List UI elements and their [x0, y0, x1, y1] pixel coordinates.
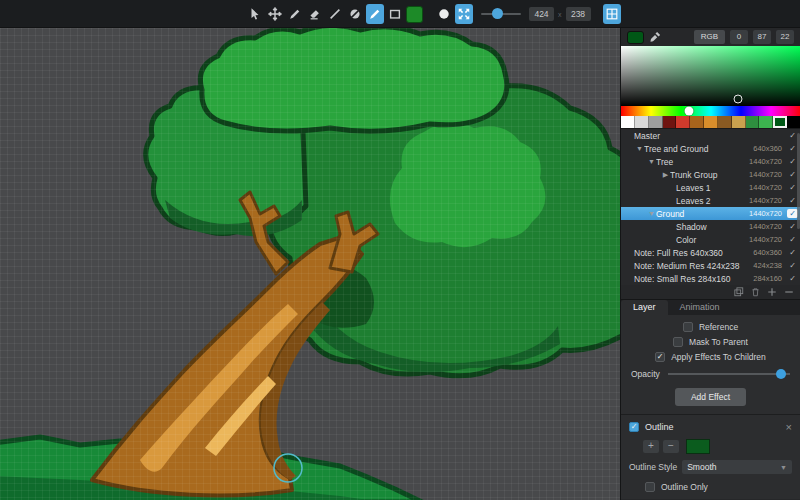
layer-visibility-checkbox[interactable]: ✓ [787, 261, 798, 270]
outline-only-checkbox[interactable] [645, 482, 655, 492]
canvas-height-field[interactable]: 238 [566, 7, 591, 21]
toolbar-slider-handle[interactable] [492, 8, 503, 19]
outline-style-row: Outline Style Smooth ▼ [629, 460, 792, 474]
layer-list-buttons [621, 285, 800, 299]
outline-color-row: + − [643, 439, 792, 454]
checkbox-label: Reference [699, 322, 738, 332]
layer-visibility-checkbox[interactable]: ✓ [787, 248, 798, 257]
outline-only-row: Outline Only [645, 480, 792, 494]
chevron-down-icon: ▼ [780, 464, 787, 471]
green-value-field[interactable]: 87 [753, 30, 771, 44]
sv-picker-cursor[interactable] [734, 94, 743, 103]
palette-swatch[interactable] [746, 116, 760, 128]
layer-visibility-checkbox[interactable]: ✓ [787, 235, 798, 244]
remove-effect-icon[interactable]: × [786, 422, 792, 432]
checkbox[interactable]: ✓ [655, 352, 665, 362]
disclosure-down-icon[interactable]: ▼ [647, 210, 656, 217]
checkbox[interactable] [683, 322, 693, 332]
layer-visibility-checkbox[interactable]: ✓ [787, 274, 798, 283]
select-tool-icon[interactable] [246, 4, 264, 24]
layer-row[interactable]: Note: Small Res 284x160284x160✓ [621, 272, 800, 285]
rect-tool-icon[interactable] [386, 4, 404, 24]
opacity-slider-handle[interactable] [776, 369, 786, 379]
opacity-slider[interactable] [668, 367, 790, 381]
tool-cluster: 424 x 238 [246, 3, 621, 25]
brush-shape-icon[interactable] [435, 4, 453, 24]
hue-slider-handle[interactable] [685, 107, 694, 116]
color-mode-button[interactable]: RGB [694, 30, 725, 44]
layer-size: 640x360 [753, 248, 782, 257]
grid-toggle-icon[interactable] [603, 4, 621, 24]
palette-swatch[interactable] [773, 116, 787, 128]
tab-layer[interactable]: Layer [621, 300, 668, 315]
palette-swatch[interactable] [718, 116, 732, 128]
toolbar-color-swatch[interactable] [406, 6, 423, 23]
saturation-value-picker[interactable] [621, 46, 800, 106]
checkbox[interactable] [673, 337, 683, 347]
remove-layer-icon[interactable] [784, 287, 794, 297]
toolbar-slider[interactable] [481, 4, 521, 24]
layer-name: Color [676, 235, 749, 245]
disclosure-down-icon[interactable]: ▼ [647, 158, 656, 165]
layer-row[interactable]: Note: Full Res 640x360640x360✓ [621, 246, 800, 259]
canvas-width-field[interactable]: 424 [529, 7, 554, 21]
move-tool-icon[interactable] [266, 4, 284, 24]
layer-name: Leaves 1 [676, 183, 749, 193]
layer-row[interactable]: ▼Tree and Ground640x360✓ [621, 142, 800, 155]
checkbox-row: Mask To Parent [629, 334, 792, 349]
duplicate-layer-icon[interactable] [734, 287, 744, 297]
outline-enabled-checkbox[interactable]: ✓ [629, 422, 639, 432]
right-sidebar: RGB 0 87 22 Master✓▼Tree and Ground640x3… [620, 28, 800, 500]
disclosure-right-icon[interactable]: ▶ [661, 171, 670, 179]
outline-remove-color-button[interactable]: − [663, 440, 679, 453]
drawing-canvas[interactable] [0, 28, 620, 500]
palette-swatch[interactable] [676, 116, 690, 128]
layer-row[interactable]: ▼Ground1440x720✓ [621, 207, 800, 220]
layer-size: 1440x720 [749, 235, 782, 244]
layer-size: 424x238 [753, 261, 782, 270]
hue-slider[interactable] [621, 106, 800, 116]
transform-expand-icon[interactable] [455, 4, 473, 24]
outline-effect-title: Outline [645, 422, 780, 432]
palette-swatch[interactable] [759, 116, 773, 128]
layer-row[interactable]: ▶Trunk Group1440x720✓ [621, 168, 800, 181]
tab-animation[interactable]: Animation [668, 300, 732, 315]
layer-name: Note: Medium Res 424x238 [634, 261, 753, 271]
palette-swatch[interactable] [704, 116, 718, 128]
line-tool-icon[interactable] [326, 4, 344, 24]
layer-row[interactable]: Leaves 11440x720✓ [621, 181, 800, 194]
add-effect-button[interactable]: Add Effect [675, 388, 746, 406]
layer-row[interactable]: Shadow1440x720✓ [621, 220, 800, 233]
eraser-tool-icon[interactable] [306, 4, 324, 24]
palette-swatch[interactable] [649, 116, 663, 128]
delete-layer-icon[interactable] [751, 287, 760, 297]
outline-style-select[interactable]: Smooth ▼ [682, 460, 792, 474]
add-layer-icon[interactable] [767, 287, 777, 297]
red-value-field[interactable]: 0 [730, 30, 748, 44]
layer-row[interactable]: ▼Tree1440x720✓ [621, 155, 800, 168]
blue-value-field[interactable]: 22 [776, 30, 794, 44]
eyedropper-icon[interactable] [649, 31, 661, 43]
palette-swatch[interactable] [663, 116, 677, 128]
layer-row[interactable]: Leaves 21440x720✓ [621, 194, 800, 207]
checkbox-label: Mask To Parent [689, 337, 748, 347]
opacity-slider-track [668, 373, 790, 375]
fill-tool-icon[interactable] [346, 4, 364, 24]
current-color-swatch[interactable] [627, 31, 644, 44]
outline-effect-header: ✓ Outline × [629, 420, 792, 434]
palette-swatch[interactable] [621, 116, 635, 128]
outline-color-swatch[interactable] [686, 439, 710, 454]
layer-row[interactable]: Note: Medium Res 424x238424x238✓ [621, 259, 800, 272]
outline-add-color-button[interactable]: + [643, 440, 659, 453]
palette-swatch[interactable] [690, 116, 704, 128]
pencil-tool-icon[interactable] [286, 4, 304, 24]
brush-tool-icon-active[interactable] [366, 4, 384, 24]
disclosure-down-icon[interactable]: ▼ [635, 145, 644, 152]
palette-swatch[interactable] [732, 116, 746, 128]
layer-name: Shadow [676, 222, 749, 232]
layer-size: 1440x720 [749, 222, 782, 231]
palette-swatch[interactable] [635, 116, 649, 128]
palette-swatch[interactable] [787, 116, 800, 128]
layer-row[interactable]: Color1440x720✓ [621, 233, 800, 246]
layer-row[interactable]: Master✓ [621, 129, 800, 142]
